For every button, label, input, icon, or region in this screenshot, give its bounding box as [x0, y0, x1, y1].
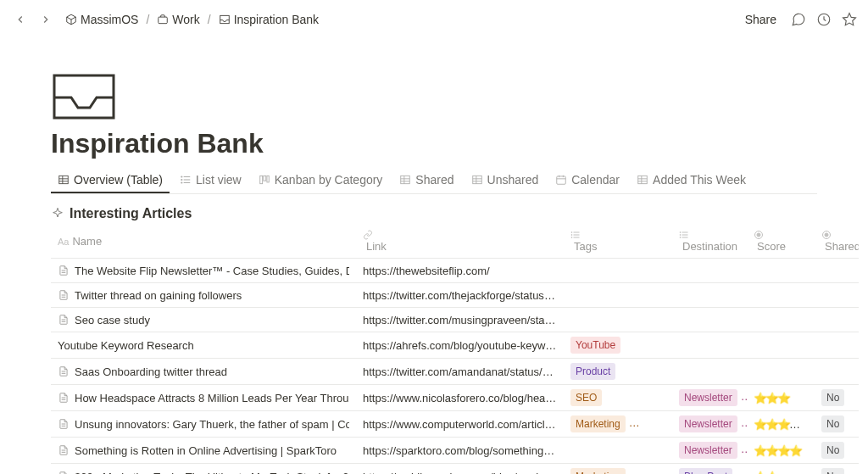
- column-header[interactable]: AaName: [51, 225, 356, 259]
- score-cell[interactable]: [747, 332, 815, 359]
- destination-cell[interactable]: [672, 283, 747, 308]
- back-button[interactable]: [10, 9, 31, 30]
- tags-cell[interactable]: [564, 438, 672, 464]
- shared-cell[interactable]: [815, 359, 859, 385]
- column-header[interactable]: Score: [747, 225, 815, 259]
- shared-cell[interactable]: [815, 332, 859, 359]
- link-cell[interactable]: https://mobilemonkey.com/blog/marketing-…: [356, 464, 564, 475]
- shared-cell[interactable]: No: [815, 464, 859, 475]
- updates-icon[interactable]: [815, 11, 832, 28]
- score-cell[interactable]: [747, 283, 815, 308]
- link-cell[interactable]: https://www.computerworld.com/article/25…: [356, 411, 564, 438]
- column-header[interactable]: Link: [356, 225, 564, 259]
- breadcrumb-item[interactable]: Inspiration Bank: [214, 11, 323, 28]
- table-row[interactable]: The Website Flip Newsletter™ - Case Stud…: [51, 259, 859, 283]
- share-button[interactable]: Share: [740, 9, 782, 30]
- table-row[interactable]: Saas Onboarding twitter threadhttps://tw…: [51, 359, 859, 385]
- view-tab[interactable]: List view: [173, 168, 248, 193]
- tag[interactable]: Marketing: [570, 415, 626, 432]
- destination-cell[interactable]: NewsletterBlog P: [672, 411, 747, 438]
- link-cell[interactable]: https://twitter.com/musingpraveen/status…: [356, 308, 564, 332]
- forward-button[interactable]: [36, 9, 56, 30]
- table-row[interactable]: Twitter thread on gaining followershttps…: [51, 283, 859, 308]
- shared-cell[interactable]: [815, 308, 859, 332]
- name-cell[interactable]: Unsung innovators: Gary Thuerk, the fath…: [51, 411, 356, 438]
- row-name: 300+ Marketing Tools: The Ultimate MarTe…: [75, 471, 349, 475]
- score-cell[interactable]: [747, 308, 815, 332]
- link-cell[interactable]: https://twitter.com/thejackforge/status/…: [356, 283, 564, 308]
- destination-cell[interactable]: NewsletterSocial: [672, 438, 747, 464]
- link-cell[interactable]: https://www.nicolasforero.co/blog/headsp…: [356, 385, 564, 411]
- tag[interactable]: Newsletter: [679, 415, 737, 432]
- table-row[interactable]: 300+ Marketing Tools: The Ultimate MarTe…: [51, 464, 859, 475]
- table-row[interactable]: Youtube Keyword Researchhttps://ahrefs.c…: [51, 332, 859, 359]
- score-cell[interactable]: ⭐⭐: [747, 464, 815, 475]
- score-cell[interactable]: ⭐⭐⭐⭐: [747, 438, 815, 464]
- view-tab[interactable]: Unshared: [465, 168, 546, 193]
- tags-cell[interactable]: MarketingTools: [564, 464, 672, 475]
- destination-cell[interactable]: Blog Post: [672, 464, 747, 475]
- name-cell[interactable]: Twitter thread on gaining followers: [51, 283, 356, 308]
- name-cell[interactable]: How Headspace Attracts 8 Million Leads P…: [51, 385, 356, 411]
- shared-cell[interactable]: No: [815, 411, 859, 438]
- database-title[interactable]: Interesting Articles: [51, 206, 817, 221]
- tags-cell[interactable]: [564, 259, 672, 283]
- link-cell[interactable]: https://thewebsiteflip.com/: [356, 259, 564, 283]
- tag[interactable]: Newsletter: [679, 389, 737, 406]
- tag[interactable]: YouTube: [570, 337, 620, 354]
- column-header[interactable]: Tags: [564, 225, 672, 259]
- column-header[interactable]: Shared?: [815, 225, 859, 259]
- tags-cell[interactable]: [564, 283, 672, 308]
- score-cell[interactable]: ⭐⭐⭐: [747, 385, 815, 411]
- page-title[interactable]: Inspiration Bank: [51, 128, 817, 159]
- tab-label: Added This Week: [653, 173, 746, 187]
- tags-cell[interactable]: YouTube: [564, 332, 672, 359]
- link-cell[interactable]: https://sparktoro.com/blog/something-is-…: [356, 438, 564, 464]
- page-icon[interactable]: [51, 72, 817, 121]
- tags-cell[interactable]: [564, 308, 672, 332]
- tag[interactable]: Product: [570, 363, 615, 380]
- name-cell[interactable]: Seo case study: [51, 308, 356, 332]
- breadcrumb-item[interactable]: Work: [153, 11, 203, 28]
- link-cell[interactable]: https://twitter.com/amandanat/status/143…: [356, 359, 564, 385]
- link-cell[interactable]: https://ahrefs.com/blog/youtube-keyword-…: [356, 332, 564, 359]
- svg-rect-17: [401, 176, 410, 183]
- destination-cell[interactable]: [672, 259, 747, 283]
- tags-cell[interactable]: SEO: [564, 385, 672, 411]
- shared-cell[interactable]: No: [815, 438, 859, 464]
- favorite-icon[interactable]: [841, 11, 858, 28]
- tag[interactable]: Marketing: [570, 468, 626, 474]
- name-cell[interactable]: 300+ Marketing Tools: The Ultimate MarTe…: [51, 464, 356, 475]
- destination-cell[interactable]: [672, 359, 747, 385]
- column-header[interactable]: Destination: [672, 225, 747, 259]
- tags-cell[interactable]: Marketingemail Marketing: [564, 411, 672, 438]
- score-cell[interactable]: ⭐⭐⭐⭐⭐: [747, 411, 815, 438]
- score-cell[interactable]: [747, 359, 815, 385]
- name-cell[interactable]: The Website Flip Newsletter™ - Case Stud…: [51, 259, 356, 283]
- view-tab[interactable]: Overview (Table): [51, 168, 170, 193]
- view-tab[interactable]: Kanban by Category: [252, 168, 390, 193]
- name-cell[interactable]: Youtube Keyword Research: [51, 332, 356, 359]
- destination-cell[interactable]: [672, 332, 747, 359]
- view-tab[interactable]: Shared: [392, 168, 460, 193]
- shared-cell[interactable]: No: [815, 385, 859, 411]
- tag[interactable]: Blog Post: [679, 468, 732, 474]
- comments-icon[interactable]: [790, 11, 807, 28]
- table-row[interactable]: Something is Rotten in Online Advertisin…: [51, 438, 859, 464]
- table-row[interactable]: Seo case studyhttps://twitter.com/musing…: [51, 308, 859, 332]
- view-tab[interactable]: Added This Week: [630, 168, 753, 193]
- name-cell[interactable]: Saas Onboarding twitter thread: [51, 359, 356, 385]
- view-tab[interactable]: Calendar: [548, 168, 626, 193]
- tag[interactable]: SEO: [570, 389, 602, 406]
- table-row[interactable]: How Headspace Attracts 8 Million Leads P…: [51, 385, 859, 411]
- destination-cell[interactable]: [672, 308, 747, 332]
- shared-cell[interactable]: [815, 283, 859, 308]
- score-cell[interactable]: [747, 259, 815, 283]
- shared-cell[interactable]: [815, 259, 859, 283]
- destination-cell[interactable]: Newsletter: [672, 385, 747, 411]
- name-cell[interactable]: Something is Rotten in Online Advertisin…: [51, 438, 356, 464]
- tag[interactable]: Newsletter: [679, 442, 737, 459]
- tags-cell[interactable]: Product: [564, 359, 672, 385]
- breadcrumb-item[interactable]: MassimOS: [61, 11, 142, 28]
- table-row[interactable]: Unsung innovators: Gary Thuerk, the fath…: [51, 411, 859, 438]
